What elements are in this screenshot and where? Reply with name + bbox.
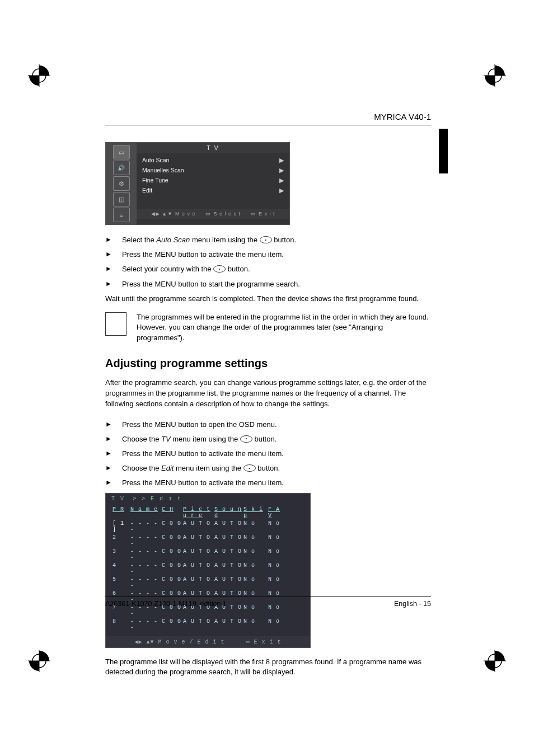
osd-sidebar: ▭ 🔊 ⚙ ◫ ≡ <box>106 143 137 224</box>
cell-skip: N o <box>243 534 268 548</box>
column-header: S o u n d <box>214 506 243 520</box>
cell-snd: A U T O <box>214 534 243 548</box>
cell-ch: C 0 0 <box>162 618 183 632</box>
triangle-bullet-icon: ► <box>105 250 112 260</box>
osd-edit-footer: ◀▶ ▲▼ M o v e / E d i t ▭ E x i t <box>106 636 310 647</box>
exit-hint: ▭ E x i t <box>251 211 275 217</box>
nav-button-icon <box>240 435 252 443</box>
table-row[interactable]: 4- - - - -C 0 0A U T OA U T ON oN o <box>113 562 303 576</box>
doc-id: A26361-K1070-Z120-1-M119, edition 1 <box>105 600 227 608</box>
step-text: Select your country with the button. <box>122 264 431 274</box>
cell-skip: N o <box>243 562 268 576</box>
cell-ch: C 0 0 <box>162 576 183 590</box>
wait-text: Wait until the programme search is compl… <box>105 294 431 304</box>
step-item: ►Select your country with the button. <box>105 264 431 274</box>
cell-pic: A U T O <box>183 562 214 576</box>
after-table-text: The programme list will be displayed wit… <box>105 657 431 678</box>
cell-pr: 2 <box>113 534 130 548</box>
cell-fav: N o <box>268 548 287 562</box>
osd-title: T V <box>137 143 289 153</box>
cell-pic: A U T O <box>183 534 214 548</box>
cell-skip: N o <box>243 548 268 562</box>
cell-pr: 4 <box>113 562 130 576</box>
osd-menu-item[interactable]: Manuelles Scan▶ <box>142 165 284 175</box>
column-header: P R <box>113 506 130 520</box>
step-text: Choose the TV menu item using the button… <box>122 434 431 444</box>
table-row[interactable]: 2- - - - -C 0 0A U T OA U T ON oN o <box>113 534 303 548</box>
sound-icon: 🔊 <box>113 161 130 175</box>
chevron-right-icon: ▶ <box>279 187 284 194</box>
osd-menu-item[interactable]: Fine Tune▶ <box>142 175 284 185</box>
cell-name: - - - - - <box>130 618 162 632</box>
chevron-right-icon: ▶ <box>279 157 284 163</box>
note-text: The programmes will be entered in the pr… <box>137 312 431 344</box>
cell-snd: A U T O <box>214 548 243 562</box>
move-hint: ◀▶ ▲▼ M o v e <box>151 211 196 217</box>
cell-fav: N o <box>268 534 287 548</box>
nav-button-icon <box>213 265 226 273</box>
cell-pr: 5 <box>113 576 130 590</box>
osd-menu-item[interactable]: Auto Scan▶ <box>142 155 284 165</box>
step-list: ►Press the MENU button to open the OSD m… <box>105 420 431 489</box>
exit-hint: ▭ E x i t <box>246 638 282 645</box>
osd-edit-screen: T V > > E d i t P RN a m eC HP i c t u r… <box>105 493 311 648</box>
page-header: MYRICA V40-1 <box>105 112 431 125</box>
column-header: N a m e <box>130 506 162 520</box>
cell-pr: [ 1 ] <box>113 520 130 534</box>
step-item: ►Choose the TV menu item using the butto… <box>105 434 431 444</box>
table-row[interactable]: [ 1 ]- - - - -C 0 0A U T OA U T ON oN o <box>113 520 303 534</box>
triangle-bullet-icon: ► <box>105 279 112 289</box>
pip-icon: ◫ <box>113 192 130 206</box>
page-footer: A26361-K1070-Z120-1-M119, edition 1 Engl… <box>105 597 431 608</box>
step-text: Press the MENU button to activate the me… <box>122 449 431 459</box>
table-row[interactable]: 3- - - - -C 0 0A U T OA U T ON oN o <box>113 548 303 562</box>
triangle-bullet-icon: ► <box>105 449 112 459</box>
triangle-bullet-icon: ► <box>105 434 112 444</box>
note-block: The programmes will be entered in the pr… <box>105 312 431 344</box>
table-row[interactable]: 5- - - - -C 0 0A U T OA U T ON oN o <box>113 576 303 590</box>
triangle-bullet-icon: ► <box>105 478 112 488</box>
triangle-bullet-icon: ► <box>105 463 112 473</box>
step-list: ►Select the Auto Scan menu item using th… <box>105 235 431 289</box>
cell-ch: C 0 0 <box>162 562 183 576</box>
chevron-right-icon: ▶ <box>279 167 284 173</box>
chevron-right-icon: ▶ <box>279 177 284 184</box>
cell-snd: A U T O <box>214 562 243 576</box>
cell-pic: A U T O <box>183 576 214 590</box>
step-item: ►Press the MENU button to open the OSD m… <box>105 420 431 430</box>
registration-mark-icon <box>28 64 50 87</box>
select-hint: ▭ S e l e c t <box>205 211 241 217</box>
step-text: Press the MENU button to open the OSD me… <box>122 420 431 430</box>
info-icon <box>105 312 127 336</box>
osd-edit-breadcrumb: T V > > E d i t <box>106 494 310 504</box>
cell-ch: C 0 0 <box>162 520 183 534</box>
cell-pr: 3 <box>113 548 130 562</box>
page: MYRICA V40-1 ▭ 🔊 ⚙ ◫ ≡ T V Auto Scan▶ Ma… <box>0 0 534 756</box>
triangle-bullet-icon: ► <box>105 420 112 430</box>
step-text: Select the Auto Scan menu item using the… <box>122 235 431 245</box>
cell-pic: A U T O <box>183 618 214 632</box>
column-header: C H <box>162 506 183 520</box>
cell-pr: 8 <box>113 618 130 632</box>
cell-skip: N o <box>243 520 268 534</box>
nav-button-icon <box>260 236 272 243</box>
cell-fav: N o <box>268 618 287 632</box>
cell-fav: N o <box>268 576 287 590</box>
triangle-bullet-icon: ► <box>105 235 112 245</box>
move-edit-hint: ◀▶ ▲▼ M o v e / E d i t <box>134 638 224 645</box>
cell-fav: N o <box>268 520 287 534</box>
osd-tv-menu: ▭ 🔊 ⚙ ◫ ≡ T V Auto Scan▶ Manuelles Scan▶… <box>105 142 290 225</box>
column-header: F A V <box>268 506 287 520</box>
osd-menu-item[interactable]: Edit▶ <box>142 185 284 195</box>
table-row[interactable]: 8- - - - -C 0 0A U T OA U T ON oN o <box>113 618 303 632</box>
registration-mark-icon <box>484 64 506 87</box>
edge-tab-marker <box>439 129 448 173</box>
source-icon: ≡ <box>113 208 130 222</box>
section-intro: After the programme search, you can chan… <box>105 378 431 410</box>
cell-skip: N o <box>243 576 268 590</box>
cell-ch: C 0 0 <box>162 534 183 548</box>
registration-mark-icon <box>484 650 506 672</box>
cell-snd: A U T O <box>214 520 243 534</box>
step-text: Press the MENU button to start the progr… <box>122 279 431 289</box>
osd-footer: ◀▶ ▲▼ M o v e ▭ S e l e c t ▭ E x i t <box>137 209 289 219</box>
